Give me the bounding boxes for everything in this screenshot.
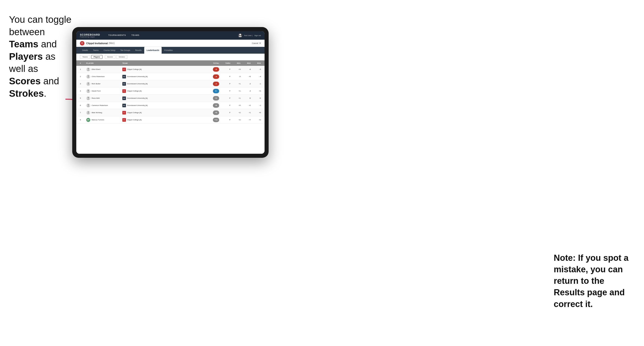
player-7: Blair McHarg <box>86 111 122 115</box>
table-row: 6 Cameron Robertson SU Scoreboard Univer… <box>76 102 264 109</box>
col-rd2: RD2 <box>241 62 251 64</box>
svg-point-6 <box>88 97 89 98</box>
team-3: SU Scoreboard University [A] <box>122 82 168 86</box>
signout-button[interactable]: Sign out <box>254 34 261 36</box>
team-logo-6: SU <box>122 104 126 107</box>
col-rank: # <box>80 62 86 64</box>
svg-point-2 <box>88 68 89 69</box>
player-name-8: Marcus Turners <box>92 119 104 121</box>
rd1-2: -5 <box>230 75 241 78</box>
tab-details[interactable]: Details <box>80 47 90 54</box>
app-header: SCOREBOARD Powered by clippd TOURNAMENTS… <box>76 31 264 40</box>
rank-1: 1 <box>80 68 86 70</box>
tab-course-setup[interactable]: Course Setup <box>101 47 118 54</box>
rd3-6: -1 <box>251 104 261 106</box>
toggle-strokes[interactable]: Strokes <box>116 55 127 59</box>
rd3-2: -4 <box>251 75 261 78</box>
total-3: -2 <box>206 82 219 86</box>
tablet-frame: SCOREBOARD Powered by clippd TOURNAMENTS… <box>72 27 268 158</box>
total-6: +6 <box>206 103 219 108</box>
tab-printables[interactable]: Printables <box>162 47 175 54</box>
rd1-6: +5 <box>230 104 241 106</box>
logo-main-text: SCOREBOARD <box>80 33 100 36</box>
team-6: SU Scoreboard University [A] <box>122 104 168 107</box>
header-right: Test User | Sign out <box>238 33 261 37</box>
team-logo-3: SU <box>122 82 126 86</box>
player-8: MT Marcus Turners <box>86 118 122 122</box>
rd2-4: -4 <box>241 90 251 92</box>
team-7: C Clippd College [A] <box>122 111 168 115</box>
rd3-4: +3 <box>251 90 261 92</box>
tournament-bar: C Clippd Invitational (Men) Cancel ✕ <box>76 40 264 47</box>
player-name-1: Elliot Ebert <box>92 68 100 70</box>
avatar-7 <box>86 111 90 115</box>
table-row: 1 Elliot Ebert C Clippd College [A] -8 F… <box>76 66 264 73</box>
rd2-1: -6 <box>241 68 251 70</box>
player-name-3: Rich Butler <box>92 83 100 85</box>
cancel-button[interactable]: Cancel ✕ <box>252 42 261 44</box>
rd1-7: +2 <box>230 112 241 114</box>
leaderboard-table: # PLAYER TEAM TOTAL THRU RD1 RD2 RD3 1 E… <box>76 60 264 154</box>
player-5: Rees Britt <box>86 96 122 100</box>
col-thru: THRU <box>219 62 230 64</box>
table-row: 2 Chris Robertson SU Scoreboard Universi… <box>76 73 264 80</box>
tab-leaderboards[interactable]: Leaderboards <box>144 47 162 54</box>
avatar-1 <box>86 67 90 71</box>
tabs-bar: Details Teams Course Setup Tee Groups Re… <box>76 47 264 54</box>
total-2: -4 <box>206 74 219 79</box>
thru-2: F <box>219 75 230 78</box>
toggle-scores[interactable]: Scores <box>105 55 115 59</box>
rd3-7: +6 <box>251 112 261 114</box>
avatar-8: MT <box>86 118 90 122</box>
avatar-5 <box>86 96 90 100</box>
nav-tournaments[interactable]: TOURNAMENTS <box>106 31 129 40</box>
tab-teams[interactable]: Teams <box>91 47 101 54</box>
total-5: +1 <box>206 96 219 101</box>
right-annotation: Note: If you spot a mistake, you can ret… <box>554 252 635 310</box>
rd3-8: +2 <box>251 119 261 121</box>
player-name-5: Rees Britt <box>92 97 100 99</box>
table-header: # PLAYER TEAM TOTAL THRU RD1 RD2 RD3 <box>76 60 264 66</box>
team-2: SU Scoreboard University [A] <box>122 75 168 78</box>
svg-point-4 <box>88 82 89 84</box>
rd2-6: +2 <box>241 104 251 106</box>
rank-4: 4 <box>80 90 86 92</box>
tab-tee-groups[interactable]: Tee Groups <box>118 47 132 54</box>
total-4: E <box>206 89 219 93</box>
tablet-screen: SCOREBOARD Powered by clippd TOURNAMENTS… <box>76 31 264 154</box>
player-2: Chris Robertson <box>86 75 122 79</box>
tournament-gender: (Men) <box>108 42 114 44</box>
svg-point-5 <box>88 90 89 91</box>
left-annotation: You can toggle between Teams and Players… <box>9 13 72 100</box>
tab-results[interactable]: Results <box>133 47 144 54</box>
team-5: SU Scoreboard University [A] <box>122 96 168 100</box>
svg-point-7 <box>88 104 89 106</box>
player-name-4: David Ford <box>92 90 100 92</box>
team-name-8: Clippd College [A] <box>127 119 142 121</box>
col-rd1: RD1 <box>230 62 241 64</box>
rd3-1: -5 <box>251 68 261 70</box>
table-row: 4 David Ford C Clippd College [A] E F +1… <box>76 87 264 95</box>
team-name-7: Clippd College [A] <box>127 112 142 114</box>
player-6: Cameron Robertson <box>86 103 122 108</box>
toggle-teams[interactable]: Teams <box>80 55 90 59</box>
player-name-7: Blair McHarg <box>92 112 102 114</box>
toggle-players[interactable]: Players <box>91 55 102 59</box>
team-logo-1: C <box>122 68 126 71</box>
rd3-3: -1 <box>251 83 261 85</box>
total-7: +9 <box>206 110 219 115</box>
rd2-8: +7 <box>241 119 251 121</box>
rd3-5: E <box>251 97 261 99</box>
team-1: C Clippd College [A] <box>122 68 168 71</box>
team-name-4: Clippd College [A] <box>127 90 142 92</box>
rd1-8: +2 <box>230 119 241 121</box>
thru-4: F <box>219 90 230 92</box>
avatar-4 <box>86 89 90 93</box>
nav-teams[interactable]: TEAMS <box>129 31 142 40</box>
thru-8: F <box>219 119 230 121</box>
player-4: David Ford <box>86 89 122 93</box>
rd1-4: +1 <box>230 90 241 92</box>
team-name-3: Scoreboard University [A] <box>127 83 148 85</box>
svg-point-3 <box>88 75 89 77</box>
svg-point-8 <box>88 111 89 113</box>
